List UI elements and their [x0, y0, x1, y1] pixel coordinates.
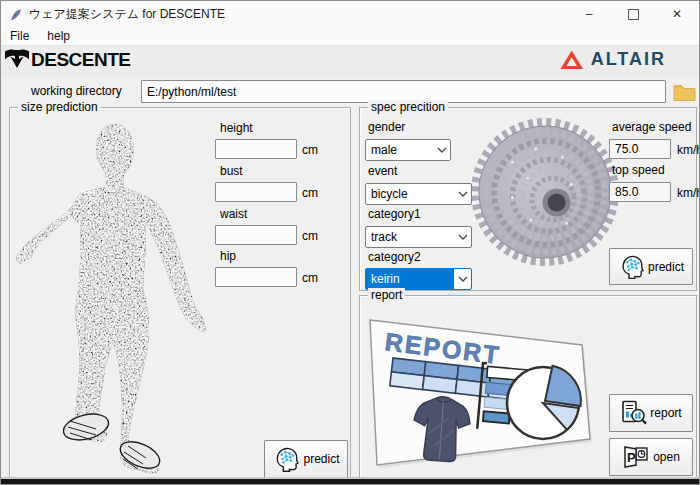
gender-label: gender: [368, 120, 405, 134]
event-label: event: [368, 164, 397, 178]
chevron-down-icon: [454, 184, 471, 204]
category1-value: track: [366, 227, 454, 247]
window-controls: – ✕: [567, 1, 699, 27]
powerpoint-icon: P: [622, 445, 650, 469]
altair-triangle-icon: [560, 49, 584, 70]
category2-value: keirin: [366, 269, 454, 289]
report-illustration: REPORT: [364, 304, 604, 474]
browse-folder-button[interactable]: [672, 81, 696, 102]
height-input[interactable]: [215, 139, 297, 159]
chevron-down-icon: [454, 269, 471, 289]
bottom-edge: [1, 479, 699, 484]
top-speed-label: top speed: [612, 163, 665, 177]
tk-feather-icon: [9, 7, 23, 22]
altair-wordmark: ALTAIR: [591, 49, 666, 70]
descente-mark-icon: [3, 47, 31, 72]
folder-icon: [673, 82, 696, 101]
height-label: height: [220, 121, 253, 135]
close-button[interactable]: ✕: [655, 1, 699, 27]
category1-label: category1: [368, 207, 421, 221]
bust-label: bust: [220, 164, 243, 178]
event-combobox[interactable]: bicycle: [365, 183, 472, 205]
report-button-label: report: [650, 406, 681, 420]
spec-precition-panel: spec precition gender male event bicycle…: [359, 107, 697, 291]
brain-icon: [618, 253, 645, 280]
title-bar: ウェア提案システム for DESCENTE – ✕: [1, 1, 699, 27]
altair-logo: ALTAIR: [560, 49, 666, 70]
average-speed-unit: km/h: [677, 143, 700, 157]
average-speed-label: average speed: [612, 120, 691, 134]
hip-label: hip: [220, 249, 236, 263]
category1-combobox[interactable]: track: [365, 226, 472, 248]
open-button-label: open: [653, 450, 680, 464]
category2-label: category2: [368, 250, 421, 264]
svg-text:P: P: [627, 450, 636, 465]
app-window: ウェア提案システム for DESCENTE – ✕ File help DES…: [0, 0, 700, 485]
maximize-icon: [628, 9, 639, 20]
cassette-gear-image: [472, 118, 622, 268]
average-speed-output: [609, 139, 671, 159]
size-prediction-title: size prediction: [18, 100, 101, 114]
descente-logo: DESCENTE: [3, 47, 130, 72]
maximize-button[interactable]: [611, 1, 655, 27]
waist-input[interactable]: [215, 225, 297, 245]
minimize-button[interactable]: –: [567, 1, 611, 27]
size-prediction-panel: size prediction: [9, 107, 351, 480]
menu-bar: File help: [1, 27, 699, 45]
chevron-down-icon: [433, 140, 450, 160]
gender-combobox[interactable]: male: [365, 139, 451, 161]
window-title: ウェア提案システム for DESCENTE: [29, 6, 225, 23]
brain-icon: [272, 445, 300, 473]
height-unit: cm: [302, 143, 318, 157]
waist-unit: cm: [302, 229, 318, 243]
size-predict-label: predict: [303, 452, 339, 466]
top-speed-unit: km/h: [677, 186, 700, 200]
report-title: report: [368, 288, 405, 302]
size-predict-button[interactable]: predict: [264, 440, 348, 478]
spec-predict-button[interactable]: predict: [609, 248, 693, 285]
report-doc-icon: [620, 400, 647, 426]
category2-combobox[interactable]: keirin: [365, 268, 472, 290]
menu-help[interactable]: help: [38, 29, 79, 43]
body-mesh-image: [10, 116, 220, 476]
minimize-icon: –: [586, 7, 593, 21]
close-icon: ✕: [672, 7, 682, 21]
waist-label: waist: [220, 207, 247, 221]
spec-predict-label: predict: [648, 260, 684, 274]
open-button[interactable]: P open: [609, 438, 693, 476]
event-value: bicycle: [366, 184, 454, 204]
top-speed-output: [609, 182, 671, 202]
gender-value: male: [366, 140, 433, 160]
hip-unit: cm: [302, 271, 318, 285]
report-panel: report REPORT: [359, 295, 697, 481]
menu-file[interactable]: File: [1, 29, 38, 43]
logo-band: DESCENTE ALTAIR: [1, 45, 699, 75]
spec-precition-title: spec precition: [368, 100, 448, 114]
hip-input[interactable]: [215, 267, 297, 287]
chevron-down-icon: [454, 227, 471, 247]
report-button[interactable]: report: [609, 394, 693, 432]
bust-unit: cm: [302, 186, 318, 200]
bust-input[interactable]: [215, 182, 297, 202]
working-directory-label: working directory: [31, 84, 122, 98]
descente-wordmark: DESCENTE: [31, 49, 130, 71]
